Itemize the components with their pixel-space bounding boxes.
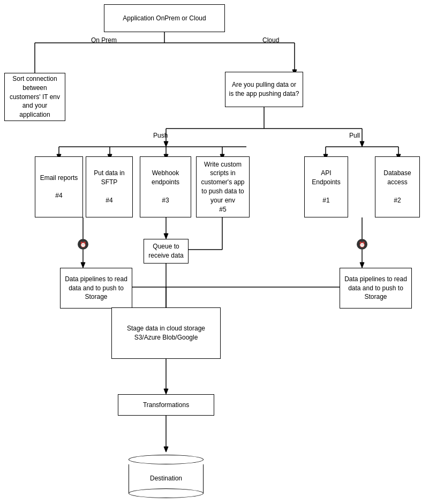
- svg-marker-8: [164, 141, 168, 147]
- svg-marker-29: [164, 234, 168, 239]
- cylinder-bottom-cap: [129, 488, 204, 498]
- sort-connection-label: Sort connection between customers' IT en…: [8, 74, 62, 119]
- db-access-label: Database access#2: [379, 169, 416, 205]
- transformations-box: Transformations: [118, 394, 214, 416]
- destination-cylinder: Destination: [129, 452, 204, 500]
- stage-box: Stage data in cloud storage S3/Azure Blo…: [111, 307, 221, 359]
- webhook-label: Webhook endpoints#3: [144, 169, 187, 205]
- sftp-label: Put data in SFTP#4: [89, 169, 129, 205]
- svg-marker-43: [164, 447, 168, 452]
- svg-marker-41: [164, 389, 168, 394]
- svg-marker-27: [81, 262, 85, 268]
- pipeline-left-box: Data pipelines to read data and to push …: [60, 268, 132, 309]
- clock-icon-left: ⏰: [78, 239, 88, 250]
- db-access-box: Database access#2: [375, 156, 420, 217]
- question-box: Are you pulling data or is the app pushi…: [225, 72, 303, 107]
- webhook-box: Webhook endpoints#3: [140, 156, 191, 217]
- queue-box: Queue to receive data: [144, 239, 189, 264]
- svg-marker-38: [360, 262, 364, 268]
- api-endpoints-box: API Endpoints#1: [304, 156, 348, 217]
- custom-scripts-label: Write custom scripts in customer's app t…: [200, 160, 246, 214]
- sort-connection-box: Sort connection between customers' IT en…: [4, 73, 65, 121]
- flowchart-diagram: Application OnPrem or Cloud On Prem Clou…: [0, 0, 429, 504]
- email-reports-label: Email reports#4: [40, 174, 78, 200]
- queue-label: Queue to receive data: [147, 242, 185, 260]
- clock-icon-right: ⏰: [357, 239, 367, 250]
- app-box: Application OnPrem or Cloud: [104, 4, 225, 32]
- custom-scripts-box: Write custom scripts in customer's app t…: [196, 156, 250, 217]
- question-label: Are you pulling data or is the app pushi…: [229, 80, 299, 99]
- api-endpoints-label: API Endpoints#1: [308, 169, 344, 205]
- pipeline-left-label: Data pipelines to read data and to push …: [64, 275, 129, 302]
- cylinder-top: [129, 455, 204, 464]
- pipeline-right-box: Data pipelines to read data and to push …: [340, 268, 412, 309]
- cloud-label: Cloud: [262, 36, 279, 44]
- destination-label: Destination: [150, 475, 182, 482]
- pipeline-right-label: Data pipelines to read data and to push …: [343, 275, 408, 302]
- email-reports-box: Email reports#4: [35, 156, 83, 217]
- sftp-box: Put data in SFTP#4: [86, 156, 133, 217]
- transformations-label: Transformations: [143, 401, 189, 410]
- svg-marker-10: [360, 141, 364, 147]
- app-label: Application OnPrem or Cloud: [123, 14, 206, 23]
- pull-label: Pull: [349, 132, 360, 139]
- stage-label: Stage data in cloud storage S3/Azure Blo…: [115, 324, 217, 342]
- push-label: Push: [153, 132, 168, 139]
- on-prem-label: On Prem: [91, 36, 117, 44]
